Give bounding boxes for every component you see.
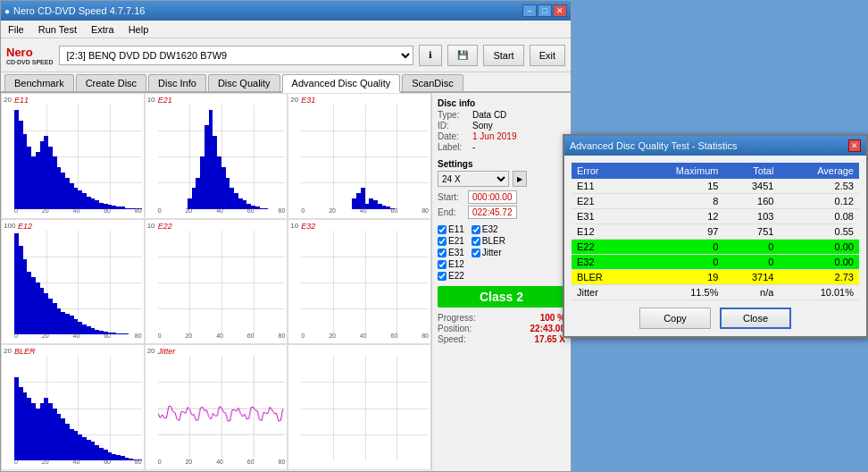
table-row: E2181600.12	[572, 194, 859, 209]
menu-bar: File Run Test Extra Help	[1, 21, 571, 38]
disc-info-section: Disc info Type: Data CD ID: Sony Date: 1…	[438, 98, 565, 152]
drive-select[interactable]: [2:3] BENQ DVD DD DW1620 B7W9	[59, 46, 414, 65]
cb-jitter: Jitter	[472, 248, 502, 257]
chart-bar	[138, 356, 142, 460]
menu-run-test[interactable]: Run Test	[31, 22, 84, 37]
table-row: E12977510.55	[572, 224, 859, 240]
table-row: E31121030.08	[572, 209, 859, 224]
tab-benchmark[interactable]: Benchmark	[4, 74, 74, 91]
cb-e22: E22	[438, 271, 464, 281]
chart-e12-label: E12	[18, 222, 32, 231]
tab-scan-disc[interactable]: ScanDisc	[402, 74, 463, 91]
maximize-button[interactable]: □	[538, 4, 552, 17]
exit-button[interactable]: Exit	[530, 45, 565, 66]
chart-empty	[288, 344, 431, 470]
disc-info-title: Disc info	[438, 98, 565, 108]
table-row: E111534512.53	[572, 179, 859, 194]
cb-e21: E21	[438, 236, 464, 246]
chart-e32: 10 E32 020406080	[288, 219, 431, 345]
chart-bar	[424, 105, 429, 209]
menu-help[interactable]: Help	[121, 22, 156, 37]
chart-e11: 20 E11 020406080	[1, 93, 145, 219]
info-button[interactable]: ℹ	[419, 45, 442, 66]
stats-table: Error Maximum Total Average E111534512.5…	[572, 163, 859, 300]
stats-title-bar: Advanced Disc Quality Test - Statistics …	[564, 136, 866, 156]
type-key: Type:	[438, 110, 469, 120]
chart-jitter: 20 Jitter 020406080	[145, 344, 288, 470]
date-key: Date:	[438, 131, 469, 141]
settings-title: Settings	[438, 159, 565, 169]
tab-disc-info[interactable]: Disc Info	[148, 74, 206, 91]
chart-bar	[138, 105, 142, 209]
title-bar: ● Nero CD-DVD Speed 4.7.7.16 – □ ✕	[1, 1, 571, 21]
logo: Nero CD·DVD SPEED	[6, 46, 54, 65]
start-label: Start:	[438, 192, 464, 202]
cb-bler: BLER	[472, 236, 505, 246]
id-val: Sony	[472, 121, 493, 131]
cb-e11: E11	[438, 224, 464, 234]
menu-file[interactable]: File	[1, 22, 31, 37]
chart-bler-label: BLER	[14, 347, 36, 356]
start-val: 000:00.00	[468, 190, 517, 204]
app-title: Nero CD-DVD Speed 4.7.7.16	[13, 5, 145, 16]
stats-dialog: Advanced Disc Quality Test - Statistics …	[563, 134, 868, 338]
col-error: Error	[572, 163, 633, 179]
progress-section: Progress: 100 % Position: 22:43.00 Speed…	[438, 313, 565, 344]
end-val: 022:45.72	[468, 206, 517, 219]
chart-bler: 20 BLER 020406080	[1, 344, 145, 470]
chart-jitter-label: Jitter	[158, 347, 176, 356]
cb-e32: E32	[472, 224, 498, 234]
speed-label: Speed:	[438, 334, 466, 344]
position-label: Position:	[438, 324, 472, 333]
label-val: -	[472, 142, 475, 152]
nero-sub: CD·DVD SPEED	[6, 59, 54, 65]
menu-extra[interactable]: Extra	[84, 22, 121, 37]
tab-advanced-disc-quality[interactable]: Advanced Disc Quality	[282, 74, 401, 93]
speed-select[interactable]: 24 X	[438, 171, 509, 187]
chart-e32-label: E32	[301, 222, 315, 231]
chart-e22-label: E22	[158, 222, 172, 231]
stats-title: Advanced Disc Quality Test - Statistics	[570, 140, 737, 151]
tab-disc-quality[interactable]: Disc Quality	[208, 74, 280, 91]
speed-spin-button[interactable]: ▶	[513, 171, 527, 187]
chart-bar	[138, 231, 142, 335]
content-area: 20 E11 020406080	[1, 93, 571, 470]
chart-e21-label: E21	[158, 96, 172, 105]
cb-e12: E12	[438, 259, 464, 269]
table-row: BLER1937142.73	[572, 270, 859, 285]
save-button[interactable]: 💾	[447, 45, 478, 66]
charts-area: 20 E11 020406080	[1, 93, 432, 470]
stats-copy-button[interactable]: Copy	[639, 308, 711, 329]
col-average: Average	[779, 163, 859, 179]
end-time-row: End: 022:45.72	[438, 206, 565, 219]
cb-e31: E31	[438, 248, 464, 257]
table-row: Jitter11.5%n/a10.01%	[572, 285, 859, 300]
chart-e31-label: E31	[301, 96, 315, 105]
app-icon: ●	[4, 6, 10, 16]
settings-section: Settings 24 X ▶ Start: 000:00.00 End: 02…	[438, 159, 565, 219]
main-window: ● Nero CD-DVD Speed 4.7.7.16 – □ ✕ File …	[0, 0, 572, 472]
date-val: 1 Jun 2019	[472, 131, 517, 141]
toolbar: Nero CD·DVD SPEED [2:3] BENQ DVD DD DW16…	[1, 38, 571, 72]
class-badge: Class 2	[438, 286, 565, 308]
minimize-button[interactable]: –	[522, 4, 537, 17]
table-row: E32000.00	[572, 255, 859, 270]
stats-close-x-button[interactable]: ✕	[848, 139, 861, 152]
progress-val: 100 %	[540, 313, 565, 323]
stats-buttons: Copy Close	[572, 308, 859, 329]
chart-e12: 100 E12 020406080	[1, 219, 145, 345]
col-maximum: Maximum	[633, 163, 723, 179]
start-button[interactable]: Start	[483, 45, 523, 66]
stats-close-button[interactable]: Close	[720, 308, 791, 329]
close-button[interactable]: ✕	[553, 4, 567, 17]
chart-e21: 10 E21 020406080	[145, 93, 288, 219]
start-time-row: Start: 000:00.00	[438, 190, 565, 204]
chart-e11-label: E11	[14, 96, 29, 105]
tab-create-disc[interactable]: Create Disc	[76, 74, 146, 91]
chart-e31: 20 E31 020406080	[288, 93, 431, 219]
side-panel: Disc info Type: Data CD ID: Sony Date: 1…	[432, 93, 571, 470]
position-val: 22:43.00	[530, 324, 565, 333]
title-bar-controls: – □ ✕	[522, 4, 567, 17]
speed-val: 17.65 X	[535, 334, 565, 344]
speed-row: 24 X ▶	[438, 171, 565, 187]
